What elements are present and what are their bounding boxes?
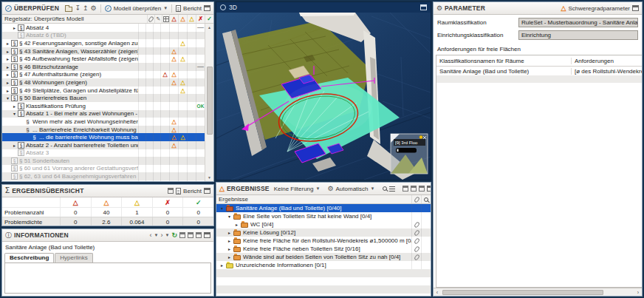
import-icon[interactable]: ↧ bbox=[75, 5, 80, 12]
rule-row[interactable]: ▸§§ 46 Blitzschutzanlage— bbox=[2, 63, 205, 71]
expander-icon[interactable]: ▸ bbox=[11, 104, 18, 109]
tab-beschreibung[interactable]: Beschreibung bbox=[4, 253, 54, 263]
filter-dropdown[interactable]: Keine Filterung bbox=[274, 186, 314, 192]
summary-maximize-icon[interactable] bbox=[204, 188, 210, 194]
scroll-up-icon[interactable]: ▲ bbox=[205, 24, 214, 31]
rule-row[interactable]: ▸§Absatz 2 - Anzahl barrierefreie Toilet… bbox=[2, 141, 205, 149]
zoom-select-icon[interactable] bbox=[383, 186, 387, 191]
result-row[interactable]: ▾Sanitäre Anlage (Bad und Toilette) [0/4… bbox=[216, 204, 431, 212]
mode-dropdown-icon[interactable]: ▼ bbox=[371, 186, 375, 191]
edit-column-icon[interactable]: ✎ bbox=[154, 15, 162, 23]
paperclip-icon[interactable] bbox=[414, 254, 420, 260]
col-requirements[interactable]: Anforderungen bbox=[572, 58, 642, 64]
expander-icon[interactable]: ▸ bbox=[226, 254, 233, 260]
rule-row[interactable]: ▸§§ 49 Stellplätze, Garagen und Abstellp… bbox=[2, 87, 205, 95]
check-model-button[interactable]: Modell überprüfen bbox=[114, 5, 161, 12]
open-folder-icon[interactable] bbox=[65, 7, 72, 12]
rule-row[interactable]: §Absatz 3 bbox=[2, 149, 205, 158]
rule-row[interactable]: §§ 65 und 66 Bauvorlagenberechtigung und… bbox=[2, 180, 205, 181]
expander-icon[interactable]: ▸ bbox=[4, 80, 11, 85]
results-archive-icon-1[interactable] bbox=[402, 186, 408, 192]
expander-icon[interactable]: ▾ bbox=[219, 206, 225, 211]
rule-row[interactable]: §Absatz 6 (TBD) bbox=[2, 32, 205, 40]
archive-icon-2[interactable] bbox=[188, 232, 193, 238]
rule-row[interactable]: §§ 51 Sonderbauten bbox=[2, 157, 205, 165]
export-summary-icon[interactable] bbox=[168, 188, 174, 194]
expander-icon[interactable]: ▾ bbox=[4, 95, 11, 101]
3d-viewport[interactable]: [9] 3rd Floo bbox=[216, 13, 431, 180]
paperclip-icon[interactable] bbox=[414, 221, 420, 228]
expander-icon[interactable]: ▸ bbox=[4, 64, 11, 70]
prev-button[interactable]: ‹ bbox=[150, 232, 152, 239]
expander-icon[interactable]: ▸ bbox=[226, 238, 233, 243]
yellow-triangle-column-icon[interactable]: △ bbox=[187, 15, 196, 23]
result-row[interactable]: ▾Eine Seite von Toiletten Sitz hat keine… bbox=[216, 212, 431, 220]
filter-dropdown-icon[interactable]: ▼ bbox=[315, 186, 320, 191]
result-row[interactable]: ▸Keine freie Fläche neben Toiletten Sitz… bbox=[216, 245, 431, 253]
room-classification-field[interactable]: RuleSet - Musterbauordnung - Sanitäre An… bbox=[518, 18, 638, 27]
rule-row[interactable]: §Wenn mehr als zwei Wohnungseinheiten im… bbox=[2, 118, 205, 126]
check-scrollbar[interactable]: ▲ ▼ bbox=[205, 24, 213, 181]
orange-triangle-column-icon[interactable]: △ bbox=[178, 15, 187, 23]
export-icon[interactable]: ↥ bbox=[83, 5, 89, 12]
scrollbar-thumb[interactable] bbox=[207, 67, 213, 135]
expander-icon[interactable]: ▸ bbox=[4, 72, 11, 77]
rule-row[interactable]: ▸§Absatz 4— bbox=[2, 24, 205, 32]
scroll-down-icon[interactable]: ▼ bbox=[205, 174, 214, 181]
archive-icon-1[interactable] bbox=[179, 232, 185, 238]
red-x-column-icon[interactable]: ✗ bbox=[196, 15, 205, 23]
rule-row[interactable]: §§ 62, 63 und 64 Baugenehmigungsverfahre… bbox=[2, 172, 205, 180]
rule-row[interactable]: §§ 60 und 61 Vorrang anderer Gestattungs… bbox=[2, 165, 205, 173]
parameter-maximize-icon[interactable] bbox=[632, 5, 639, 11]
rule-row[interactable]: ▸§§ 43 Sanitäre Anlagen, Wasserzähler (z… bbox=[2, 47, 205, 55]
rule-row[interactable]: §... Barrierefreie Erreichbarkeit Wohnun… bbox=[2, 126, 205, 134]
result-row[interactable]: ▸Wände sind auf beiden Seiten von Toilet… bbox=[216, 253, 431, 261]
result-row[interactable]: ▸Keine Lösung [0/12] bbox=[216, 228, 431, 237]
info-maximize-icon[interactable] bbox=[204, 232, 210, 238]
section-plane-widget[interactable]: [9] 3rd Floo bbox=[391, 134, 428, 174]
expander-icon[interactable]: ▸ bbox=[226, 246, 233, 251]
next-button[interactable]: › bbox=[161, 232, 163, 239]
expander-icon[interactable]: ▸ bbox=[11, 25, 18, 30]
results-archive-icon-3[interactable] bbox=[419, 186, 425, 192]
hscroll-right-icon[interactable]: › bbox=[634, 290, 642, 295]
summary-report-button[interactable]: Bericht bbox=[183, 188, 202, 194]
tab-hyperlinks[interactable]: Hyperlinks bbox=[55, 253, 92, 263]
expander-icon[interactable]: ▾ bbox=[226, 214, 233, 219]
col-room-names[interactable]: Klassifikationsnamen für Räume bbox=[436, 58, 572, 64]
rule-row[interactable]: ▸§§ 48 Wohnungen (zeigen)△△ bbox=[2, 78, 205, 87]
expander-icon[interactable]: ▸ bbox=[4, 41, 11, 46]
list-view-icon[interactable] bbox=[389, 186, 395, 192]
view3d-maximize-icon[interactable] bbox=[420, 4, 427, 10]
requirements-row[interactable]: Sanitäre Anlage (Bad und Toilette) [ø de… bbox=[436, 67, 642, 75]
expander-icon[interactable]: ▾ bbox=[11, 111, 18, 116]
settings-gear-icon[interactable]: ⚙ bbox=[91, 5, 97, 12]
report-button[interactable]: Bericht bbox=[183, 5, 202, 12]
red-triangle-column-icon[interactable]: △ bbox=[169, 15, 178, 23]
expander-icon[interactable]: ▸ bbox=[226, 230, 233, 235]
results-archive-icon-2[interactable] bbox=[411, 186, 417, 192]
result-row[interactable]: ▸WC [0/4] bbox=[216, 220, 431, 228]
description-textarea[interactable] bbox=[4, 263, 211, 294]
paperclip-icon[interactable] bbox=[414, 229, 420, 236]
archive-icon-3[interactable] bbox=[196, 232, 202, 238]
prev-dropdown-icon[interactable]: ▼ bbox=[154, 233, 159, 237]
rule-row[interactable]: ▸§Klassifikations PrüfungOK bbox=[2, 102, 205, 110]
expander-icon[interactable]: ▸ bbox=[4, 49, 11, 54]
rule-row[interactable]: ▸§§ 45 Aufbewahrung fester Abfallstoffe … bbox=[2, 55, 205, 63]
green-check-column-icon[interactable]: ✓ bbox=[205, 15, 213, 23]
results-maximize-icon[interactable] bbox=[427, 186, 432, 192]
next-dropdown-icon[interactable]: ▼ bbox=[165, 233, 170, 237]
rule-row[interactable]: ▾§Absatz 1 - Bei mehr als zwei Wohnungen… bbox=[2, 110, 205, 118]
hscroll-left-icon[interactable]: ‹ bbox=[434, 290, 441, 295]
snapshot-col-icon[interactable] bbox=[421, 195, 431, 203]
rule-row[interactable]: ▸§§ 47 Aufenthaltsräume (zeigen)△△ bbox=[2, 71, 205, 79]
expander-icon[interactable]: ▸ bbox=[219, 263, 225, 268]
expander-icon[interactable]: ▸ bbox=[4, 56, 11, 61]
expander-icon[interactable]: ▸ bbox=[233, 222, 240, 227]
result-row[interactable]: ▸Unzureichende Informationen [0/1] bbox=[216, 261, 431, 269]
refresh-icon[interactable]: ↻ bbox=[171, 232, 177, 239]
grid-column-icon[interactable] bbox=[162, 15, 169, 23]
check-model-dropdown-icon[interactable]: ▼ bbox=[163, 6, 168, 10]
result-row[interactable]: ▸Keine freie Fläche für den Rollstuhl-We… bbox=[216, 237, 431, 245]
